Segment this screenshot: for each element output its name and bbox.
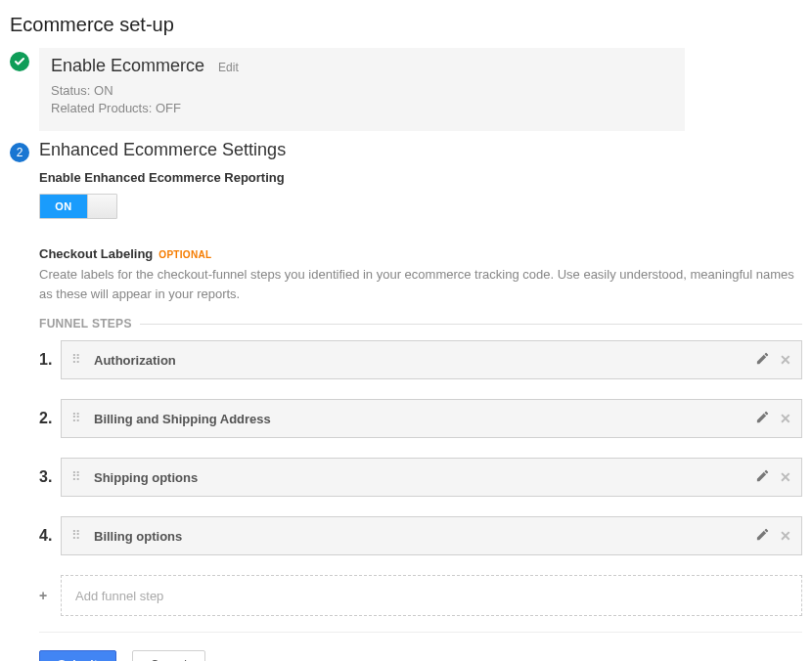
checkout-description: Create labels for the checkout-funnel st… bbox=[39, 265, 802, 303]
pencil-icon[interactable] bbox=[755, 468, 770, 486]
close-icon[interactable]: ✕ bbox=[780, 469, 791, 485]
related-products-text: Related Products: OFF bbox=[51, 100, 673, 117]
funnel-step-input[interactable]: ⠿ ✕ bbox=[61, 458, 802, 497]
enable-enhanced-label: Enable Enhanced Ecommerce Reporting bbox=[39, 170, 802, 185]
drag-handle-icon[interactable]: ⠿ bbox=[71, 532, 82, 540]
pencil-icon[interactable] bbox=[755, 410, 770, 427]
optional-tag: OPTIONAL bbox=[158, 249, 211, 260]
close-icon[interactable]: ✕ bbox=[780, 411, 791, 426]
funnel-step-input[interactable]: ⠿ ✕ bbox=[61, 399, 802, 438]
pencil-icon[interactable] bbox=[755, 527, 770, 545]
drag-handle-icon[interactable]: ⠿ bbox=[71, 415, 82, 422]
add-funnel-step-input[interactable]: Add funnel step bbox=[61, 575, 802, 616]
submit-button[interactable]: Submit bbox=[39, 650, 116, 661]
add-funnel-placeholder: Add funnel step bbox=[75, 589, 163, 603]
funnel-step-number: 1. bbox=[39, 351, 61, 369]
funnel-step-number: 2. bbox=[39, 410, 61, 427]
toggle-on-label: ON bbox=[40, 195, 87, 218]
check-icon bbox=[10, 52, 29, 71]
funnel-step-name-input[interactable] bbox=[92, 411, 755, 427]
funnel-step-number: 3. bbox=[39, 468, 61, 486]
funnel-step-row: 4. ⠿ ✕ bbox=[39, 516, 802, 555]
funnel-step-number: 4. bbox=[39, 527, 61, 545]
funnel-step-row: 3. ⠿ ✕ bbox=[39, 458, 802, 497]
funnel-step-row: 1. ⠿ ✕ bbox=[39, 340, 802, 379]
step-2-title: Enhanced Ecommerce Settings bbox=[39, 140, 802, 160]
step-1-block: Enable Ecommerce Edit Status: ON Related… bbox=[10, 48, 802, 131]
funnel-step-name-input[interactable] bbox=[92, 352, 755, 369]
funnel-step-row: 2. ⠿ ✕ bbox=[39, 399, 802, 438]
drag-handle-icon[interactable]: ⠿ bbox=[71, 473, 82, 481]
toggle-handle bbox=[87, 195, 116, 218]
funnel-step-name-input[interactable] bbox=[92, 469, 755, 486]
divider bbox=[140, 324, 802, 325]
divider bbox=[39, 632, 802, 633]
edit-link[interactable]: Edit bbox=[218, 61, 239, 74]
step-1-title: Enable Ecommerce bbox=[51, 56, 204, 76]
funnel-steps-list: 1. ⠿ ✕ 2. ⠿ ✕ 3. ⠿ bbox=[39, 340, 802, 555]
pencil-icon[interactable] bbox=[755, 351, 770, 369]
cancel-button[interactable]: Cancel bbox=[132, 650, 205, 661]
close-icon[interactable]: ✕ bbox=[780, 352, 791, 368]
status-text: Status: ON bbox=[51, 82, 673, 100]
enhanced-reporting-toggle[interactable]: ON bbox=[39, 194, 117, 219]
step-2-block: 2 Enhanced Ecommerce Settings Enable Enh… bbox=[10, 139, 802, 661]
funnel-step-name-input[interactable] bbox=[92, 528, 755, 545]
checkout-labeling-heading: Checkout Labeling bbox=[39, 246, 153, 261]
close-icon[interactable]: ✕ bbox=[780, 528, 791, 544]
plus-icon: + bbox=[39, 588, 61, 603]
drag-handle-icon[interactable]: ⠿ bbox=[71, 356, 82, 364]
funnel-steps-label: FUNNEL STEPS bbox=[39, 317, 132, 330]
funnel-step-input[interactable]: ⠿ ✕ bbox=[61, 340, 802, 379]
step-2-badge: 2 bbox=[10, 143, 29, 162]
page-title: Ecommerce set-up bbox=[10, 14, 802, 36]
funnel-step-input[interactable]: ⠿ ✕ bbox=[61, 516, 802, 555]
add-funnel-step-row[interactable]: + Add funnel step bbox=[39, 575, 802, 616]
